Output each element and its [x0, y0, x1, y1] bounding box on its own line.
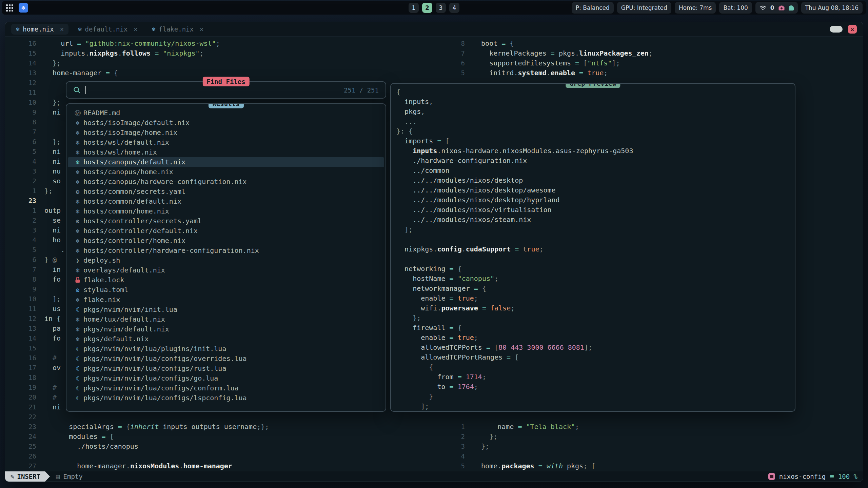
result-row[interactable]: ☾pkgs/nvim/nvim/lua/configs/conform.lua [68, 383, 384, 393]
code-line: 4 [451, 451, 863, 461]
workspace-button-4[interactable]: 4 [449, 3, 459, 13]
code-text: } @ [44, 255, 57, 265]
status-pill: Home: 7ms [675, 2, 716, 14]
ghost-icon[interactable] [789, 5, 794, 11]
result-row[interactable]: ❄hosts/common/default.nix [68, 197, 384, 206]
code-text: }; [44, 186, 53, 196]
line-number: 19 [5, 383, 36, 392]
code-line: 2 }; [451, 432, 863, 442]
result-row[interactable]: ☾pkgs/nvim/nvim/init.lua [68, 305, 384, 314]
code-line: ../../modules/nixos/desktop [396, 176, 795, 185]
result-row[interactable]: ☾pkgs/nvim/nvim/lua/plugins/init.lua [68, 344, 384, 354]
result-row[interactable]: ❄hosts/controller/hardware-configuration… [68, 246, 384, 256]
result-label: hosts/canopus/default.nix [83, 157, 185, 167]
tab-home-nix[interactable]: ❄home.nix× [11, 24, 68, 35]
result-label: pkgs/nvim/nvim/lua/plugins/init.lua [83, 344, 226, 354]
result-label: hosts/isoImage/default.nix [83, 118, 190, 128]
result-row[interactable]: ☾pkgs/nvim/nvim/lua/configs/rust.lua [68, 364, 384, 373]
result-row[interactable]: ❄hosts/wsl/home.nix [68, 147, 384, 157]
result-row[interactable]: ❄hosts/isoImage/default.nix [68, 118, 384, 128]
app-launcher-icon[interactable]: ❄ [19, 3, 28, 13]
finder-prompt[interactable]: Find Files 251 / 251 [66, 81, 386, 99]
code-line: 25 ./hosts/canopus [5, 442, 451, 451]
nix-icon: ❄ [72, 295, 83, 305]
result-row[interactable]: ☾pkgs/nvim/nvim/lua/configs/overrides.lu… [68, 354, 384, 364]
code-text: nixpkgs.config.cudaSupport = true; [396, 244, 544, 254]
line-number: 14 [5, 58, 36, 68]
result-row[interactable]: ❄hosts/isoImage/home.nix [68, 128, 384, 138]
result-row[interactable]: ☾pkgs/nvim/nvim/lua/configs/go.lua [68, 373, 384, 383]
code-text: # [44, 353, 57, 363]
tab-label: default.nix [85, 25, 127, 33]
code-line: allowedTCPPorts = [80 443 3000 6666 8081… [396, 343, 795, 352]
tab-default-nix[interactable]: ❄default.nix× [73, 24, 142, 35]
wifi-icon[interactable] [760, 5, 766, 11]
code-text: ../common [396, 166, 450, 176]
tab-close-icon[interactable]: × [60, 25, 64, 33]
line-number: 15 [5, 343, 36, 353]
code-line: enable = true; [396, 333, 795, 343]
result-label: pkgs/nvim/nvim/lua/configs/conform.lua [83, 383, 239, 393]
code-text: url = "github:nix-community/nixos-wsl"; [44, 39, 220, 48]
camera-icon[interactable] [778, 5, 785, 11]
preview-code: { inputs, pkgs, ...}: { imports = [ inpu… [396, 86, 795, 411]
result-row[interactable]: ❄hosts/canopus/home.nix [68, 167, 384, 177]
result-row[interactable]: ⓂREADME.md [68, 108, 384, 118]
result-label: hosts/wsl/home.nix [83, 147, 157, 157]
result-row[interactable]: ❄hosts/controller/default.nix [68, 226, 384, 236]
clock[interactable]: Thu Aug 08, 18:16 [801, 2, 863, 14]
mode-label: INSERT [17, 473, 40, 480]
line-number: 6 [451, 58, 465, 68]
workspace-button-2[interactable]: 2 [422, 3, 432, 13]
lua-icon: ☾ [72, 373, 83, 383]
result-row[interactable]: ❄pkgs/default.nix [68, 334, 384, 344]
tray-badge[interactable]: 0 [770, 4, 774, 11]
line-number: 10 [5, 294, 36, 304]
result-row[interactable]: ❄pkgs/nvim/default.nix [68, 324, 384, 334]
window-toggle-button[interactable] [830, 26, 843, 33]
code-text: ]; [44, 294, 61, 304]
result-row[interactable]: ☾pkgs/nvim/nvim/lua/configs/lspconfig.lu… [68, 393, 384, 403]
workspaces: 1234 [409, 3, 459, 13]
tab-close-icon[interactable]: × [200, 25, 203, 33]
result-row[interactable]: ⚙hosts/controller/secrets.yaml [68, 216, 384, 226]
result-row[interactable]: ❄hosts/common/home.nix [68, 206, 384, 216]
result-row[interactable]: ❄hosts/canopus/default.nix [68, 157, 384, 167]
code-line: ../../modules/nixos/desktop/hyprland [396, 195, 795, 205]
workspace-button-3[interactable]: 3 [436, 3, 446, 13]
line-number: 22 [5, 412, 36, 422]
result-row[interactable]: ⚙hosts/common/secrets.yaml [68, 187, 384, 197]
result-row[interactable]: ❄hosts/wsl/default.nix [68, 138, 384, 147]
result-row[interactable]: ❄home/tux/default.nix [68, 314, 384, 324]
result-row[interactable]: ❄hosts/controller/home.nix [68, 236, 384, 246]
window-close-button[interactable]: × [848, 25, 857, 34]
result-row[interactable]: flake.lock [68, 275, 384, 285]
line-number: 1 [5, 206, 36, 216]
nix-icon: ❄ [72, 226, 83, 236]
tab-close-icon[interactable]: × [134, 25, 137, 33]
result-row[interactable]: ⚙stylua.toml [68, 285, 384, 295]
result-row[interactable]: ❯deploy.sh [68, 256, 384, 265]
nix-icon: ❄ [72, 177, 83, 187]
file-icon: ▤ [56, 473, 60, 480]
finder-results: Results ⓂREADME.md❄hosts/isoImage/defaul… [66, 103, 386, 412]
app-menu-icon[interactable] [6, 4, 13, 12]
code-line: inputs.nixos-hardware.nixosModules.asus-… [396, 146, 795, 156]
code-text: wifi.powersave = false; [396, 303, 515, 313]
tab-flake-nix[interactable]: ❄flake.nix× [147, 24, 209, 35]
statusline-right: nixos-config ≡ 100 % [768, 472, 863, 481]
results-title: Results [208, 103, 243, 108]
workspace-button-1[interactable]: 1 [409, 3, 419, 13]
pencil-icon: ✎ [11, 473, 14, 480]
code-text: }; [44, 137, 61, 147]
editor[interactable]: 16 url = "github:nix-community/nixos-wsl… [5, 37, 863, 471]
code-line: ../../modules/nixos/steam.nix [396, 215, 795, 225]
yaml-icon: ⚙ [72, 216, 83, 226]
result-row[interactable]: ❄hosts/canopus/hardware-configuration.ni… [68, 177, 384, 187]
code-text: ... [396, 117, 417, 126]
code-text: in { [44, 314, 61, 324]
code-line: imports = [ [396, 136, 795, 146]
result-row[interactable]: ❄overlays/default.nix [68, 265, 384, 275]
result-row[interactable]: ❄flake.nix [68, 295, 384, 305]
line-number: 8 [5, 117, 36, 127]
